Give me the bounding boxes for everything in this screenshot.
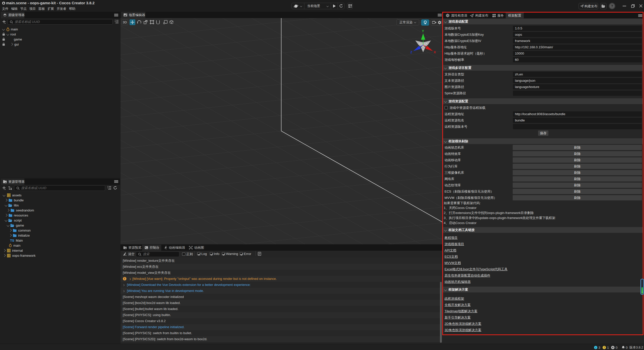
svg-text:i: i [595,346,596,349]
svg-text:Y: Y [422,29,424,33]
svg-text:Z: Z [410,50,412,54]
svg-text:X: X [434,50,436,54]
